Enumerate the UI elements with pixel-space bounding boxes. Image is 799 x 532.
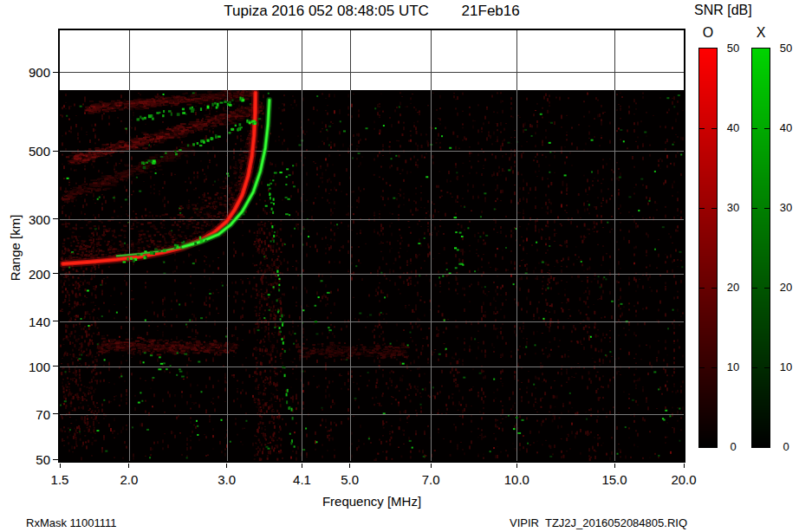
x-tick-mark xyxy=(614,464,615,468)
x-tick-mark xyxy=(349,464,350,468)
x-tick-label: 3.0 xyxy=(218,472,236,487)
o-colorbar-tick-label: 0 xyxy=(722,440,744,453)
x-tick-label: 4.1 xyxy=(293,472,311,487)
y-tick-label: 70 xyxy=(16,406,50,421)
rx-mask-label: RxMask 11001111 xyxy=(26,516,117,529)
x-colorbar-tick-label: 0 xyxy=(775,440,797,453)
x-colorbar-tick-label: 50 xyxy=(775,42,797,55)
x-tick-label: 1.5 xyxy=(51,472,69,487)
y-tick-label: 900 xyxy=(16,65,50,80)
x-tick-mark xyxy=(226,464,227,468)
x-tick-label: 10.0 xyxy=(504,472,529,487)
ionogram-app: Tupiza 2016 052 08:48:05 UTC 21Feb16 SNR… xyxy=(0,0,799,532)
x-tick-label: 2.0 xyxy=(120,472,139,487)
x-colorbar-tick-label: 10 xyxy=(775,360,797,373)
y-tick-mark xyxy=(53,151,58,152)
o-mode-colorbar xyxy=(698,48,718,448)
x-tick-mark xyxy=(516,464,517,468)
y-tick-label: 300 xyxy=(16,211,50,226)
ionogram-canvas xyxy=(60,30,684,461)
x-colorbar-tick-label: 30 xyxy=(775,201,797,214)
x-tick-label: 20.0 xyxy=(671,472,696,487)
y-tick-mark xyxy=(53,273,58,274)
y-tick-label: 50 xyxy=(16,452,50,467)
x-tick-mark xyxy=(684,464,685,468)
x-tick-label: 15.0 xyxy=(601,472,627,487)
o-colorbar-tick-label: 30 xyxy=(722,201,744,214)
page-title: Tupiza 2016 052 08:48:05 UTC 21Feb16 xyxy=(59,3,685,20)
o-colorbar-tick-label: 40 xyxy=(722,121,744,134)
x-tick-mark xyxy=(60,464,61,468)
y-tick-label: 100 xyxy=(16,359,50,373)
x-mode-colorbar xyxy=(751,48,770,448)
y-tick-mark xyxy=(53,459,58,460)
y-tick-mark xyxy=(53,366,58,367)
y-tick-mark xyxy=(53,321,58,321)
x-tick-label: 5.0 xyxy=(341,472,359,487)
x-tick-mark xyxy=(128,464,129,468)
x-axis-title: Frequency [MHz] xyxy=(59,494,685,509)
y-tick-label: 140 xyxy=(16,314,50,328)
o-colorbar-tick-label: 10 xyxy=(722,360,744,373)
o-colorbar-tick-label: 50 xyxy=(722,42,744,55)
x-colorbar-tick-label: 20 xyxy=(775,281,797,294)
x-mode-label: X xyxy=(752,25,770,41)
x-tick-mark xyxy=(431,464,432,468)
x-colorbar-tick-label: 40 xyxy=(775,121,797,134)
ionogram-plot xyxy=(58,29,685,463)
y-tick-mark xyxy=(53,413,58,414)
o-mode-label: O xyxy=(699,25,717,41)
y-tick-mark xyxy=(53,218,58,219)
x-tick-mark xyxy=(302,464,302,468)
y-tick-label: 500 xyxy=(16,144,50,159)
colorbar-title: SNR [dB] xyxy=(694,3,752,18)
y-tick-label: 200 xyxy=(16,266,50,281)
x-tick-label: 7.0 xyxy=(422,472,440,487)
y-tick-mark xyxy=(53,72,58,73)
o-colorbar-tick-label: 20 xyxy=(722,281,744,294)
data-file-label: VIPIR TZJ2J_2016052084805.RIQ xyxy=(510,516,687,529)
